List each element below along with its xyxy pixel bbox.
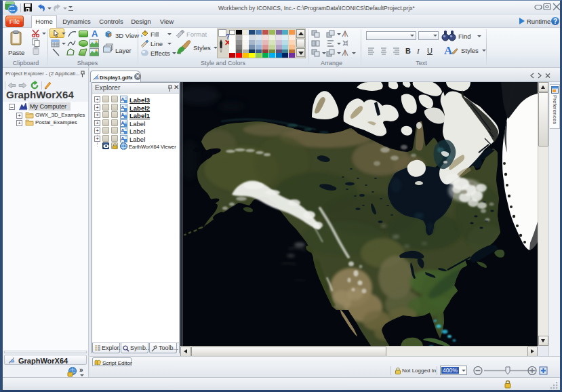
svg-text:A: A	[121, 104, 125, 110]
svg-text:A: A	[121, 135, 125, 141]
svg-text:A: A	[121, 96, 125, 102]
svg-text:A: A	[444, 44, 453, 57]
svg-text:A: A	[121, 119, 125, 125]
svg-text:A: A	[121, 112, 125, 118]
svg-text:A: A	[121, 128, 125, 134]
